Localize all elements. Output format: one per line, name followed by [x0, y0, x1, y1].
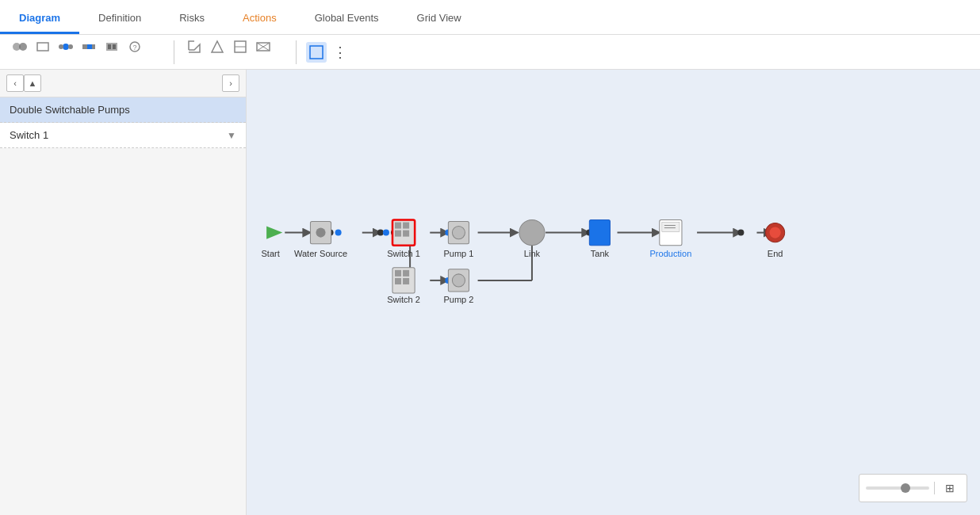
svg-rect-6: [82, 44, 87, 49]
svg-rect-51: [395, 223, 401, 229]
collapse-icon: ›: [229, 78, 232, 88]
sidebar-expanded-label: Switch 1: [10, 129, 48, 141]
svg-rect-74: [395, 278, 401, 284]
tab-actions[interactable]: Actions: [224, 4, 296, 34]
svg-text:Tank: Tank: [591, 249, 610, 258]
svg-point-1: [19, 43, 27, 51]
svg-rect-8: [92, 44, 95, 49]
sidebar-item-label: Double Switchable Pumps: [10, 104, 130, 116]
diagram-area[interactable]: Start Water Source Switch 1 Pump 1 Link …: [247, 70, 980, 515]
svg-point-48: [316, 228, 325, 238]
svg-text:?: ?: [132, 44, 136, 52]
tab-global-events[interactable]: Global Events: [296, 4, 398, 34]
svg-rect-10: [108, 44, 111, 49]
zoom-slider[interactable]: [866, 486, 929, 490]
svg-point-23: [335, 230, 342, 236]
sidebar-collapse-btn[interactable]: ›: [222, 74, 239, 92]
diagram-canvas: Start Water Source Switch 1 Pump 1 Link …: [247, 70, 980, 515]
sidebar-item-double-switchable[interactable]: Double Switchable Pumps: [0, 97, 246, 123]
toolbar: ? Palette: [0, 35, 980, 70]
svg-point-3: [63, 44, 69, 50]
svg-rect-20: [310, 46, 323, 59]
svg-rect-11: [113, 44, 116, 49]
sidebar: ‹ ▲ › Double Switchable Pumps Switch 1 ▼: [0, 70, 247, 515]
svg-text:Link: Link: [524, 249, 541, 258]
sidebar-item-switch1[interactable]: Switch 1 ▼: [0, 123, 246, 148]
svg-rect-52: [403, 223, 409, 229]
svg-point-78: [452, 274, 465, 287]
svg-rect-53: [395, 231, 401, 237]
svg-point-59: [519, 220, 545, 246]
svg-point-5: [68, 44, 73, 49]
svg-text:End: End: [768, 249, 783, 258]
svg-point-69: [770, 227, 781, 238]
import-icon-2[interactable]: [207, 36, 228, 57]
sidebar-header: ‹ ▲ ›: [0, 70, 246, 97]
more-options-icon[interactable]: ⋮: [330, 42, 350, 63]
palette-icon-1[interactable]: [10, 36, 30, 57]
svg-rect-2: [37, 43, 48, 51]
tab-diagram[interactable]: Diagram: [0, 4, 79, 34]
svg-point-4: [59, 44, 63, 49]
svg-rect-72: [395, 270, 401, 277]
svg-rect-61: [589, 220, 610, 246]
svg-marker-45: [266, 227, 282, 239]
palette-icon-6[interactable]: ?: [124, 36, 145, 57]
svg-rect-73: [403, 270, 409, 277]
sidebar-up-btn[interactable]: ▲: [24, 74, 41, 92]
svg-text:Production: Production: [649, 249, 691, 258]
tab-risks[interactable]: Risks: [160, 4, 224, 34]
sidebar-back-btn[interactable]: ‹: [6, 74, 24, 92]
palette-icon-3[interactable]: [56, 36, 76, 57]
palette-icon-2[interactable]: [33, 36, 53, 57]
svg-rect-64: [662, 223, 679, 232]
svg-text:Switch 2: Switch 2: [387, 295, 420, 304]
svg-point-26: [383, 230, 389, 236]
top-navigation: Diagram Definition Risks Actions Global …: [0, 0, 980, 35]
svg-rect-54: [403, 231, 409, 237]
view-icon[interactable]: [306, 42, 327, 63]
svg-text:Start: Start: [261, 249, 279, 258]
import-icon-1[interactable]: [184, 36, 205, 57]
zoom-control: ⊞: [859, 474, 967, 502]
svg-text:Pump 2: Pump 2: [443, 295, 473, 304]
zoom-thumb: [901, 483, 910, 493]
chevron-up-icon: ▲: [29, 78, 37, 88]
svg-point-25: [377, 230, 384, 236]
chevron-left-icon: ‹: [13, 78, 17, 88]
svg-rect-7: [87, 44, 92, 49]
svg-text:Switch 1: Switch 1: [387, 249, 420, 258]
palette-icon-4[interactable]: [78, 36, 99, 57]
svg-rect-75: [403, 278, 409, 284]
chevron-down-icon: ▼: [227, 130, 236, 141]
svg-marker-14: [212, 41, 223, 52]
zoom-fit-icon[interactable]: ⊞: [940, 478, 960, 498]
tab-grid-view[interactable]: Grid View: [398, 4, 480, 34]
main-layout: ‹ ▲ › Double Switchable Pumps Switch 1 ▼: [0, 70, 980, 515]
tab-definition[interactable]: Definition: [79, 4, 160, 34]
palette-icon-5[interactable]: [101, 36, 122, 57]
svg-point-57: [452, 227, 465, 239]
import-icon-3[interactable]: [230, 36, 251, 57]
svg-point-36: [737, 230, 744, 236]
svg-text:Water Source: Water Source: [294, 249, 347, 258]
import-icon-4[interactable]: [253, 36, 274, 57]
zoom-divider: [934, 482, 935, 494]
svg-text:Pump 1: Pump 1: [443, 249, 473, 258]
